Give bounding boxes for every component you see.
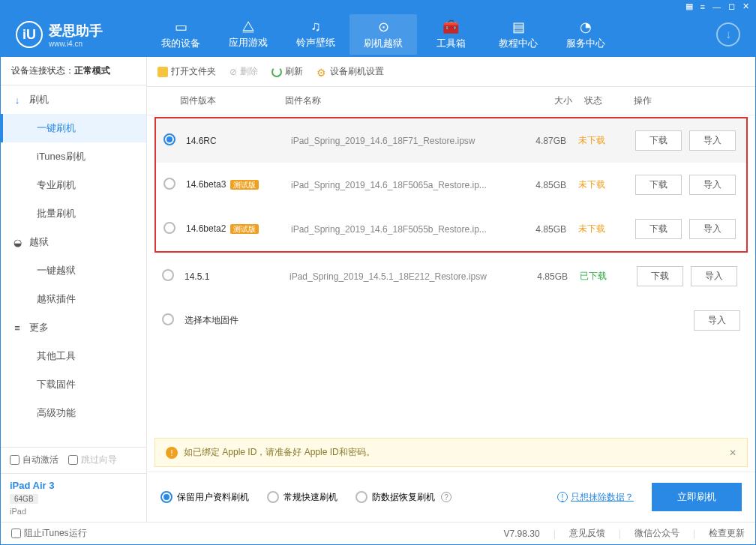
sidebar-group-more[interactable]: ≡更多 [1,313,146,342]
open-folder-button[interactable]: 打开文件夹 [158,65,216,78]
col-version: 固件版本 [180,94,285,107]
table-row[interactable]: 14.6beta3测试版 iPad_Spring_2019_14.6_18F50… [156,163,746,207]
mode-keep-data[interactable]: 保留用户资料刷机 [160,491,249,504]
download-manager-icon[interactable]: ↓ [716,22,740,46]
wechat-link[interactable]: 微信公众号 [634,527,680,540]
radio[interactable] [162,313,174,325]
delete-button: ⊘删除 [230,65,258,78]
key-icon: ⊙ [350,19,417,35]
table-row[interactable]: 14.6RC iPad_Spring_2019_14.6_18F71_Resto… [156,118,746,163]
sidebar-group-flash[interactable]: ↓刷机 [1,85,146,114]
check-update-link[interactable]: 检查更新 [709,527,745,540]
book-icon: ▤ [484,19,552,35]
sidebar: 设备连接状态：正常模式 ↓刷机 一键刷机 iTunes刷机 专业刷机 批量刷机 … [1,57,147,522]
table-header: 固件版本 固件名称 大小 状态 操作 [147,87,755,115]
skip-guide-checkbox[interactable]: 跳过向导 [68,454,117,466]
local-firmware-row[interactable]: 选择本地固件 导入 [150,298,752,343]
device-info[interactable]: iPad Air 3 64GB iPad [1,473,146,522]
sidebar-item-oneclick-flash[interactable]: 一键刷机 [1,114,146,142]
logo[interactable]: iU 爱思助手 www.i4.cn [16,21,147,48]
nav-apps[interactable]: ⧋应用游戏 [214,14,282,55]
col-ops: 操作 [625,94,745,107]
delete-icon: ⊘ [230,67,237,77]
settings-button[interactable]: ⚙设备刷机设置 [316,65,384,78]
minimize-icon[interactable]: — [712,2,721,11]
nav-my-device[interactable]: ▭我的设备 [147,14,214,55]
connection-status: 设备连接状态：正常模式 [1,57,146,85]
highlighted-group: 14.6RC iPad_Spring_2019_14.6_18F71_Resto… [154,117,748,253]
radio[interactable] [164,178,176,190]
table-row[interactable]: 14.6beta2测试版 iPad_Spring_2019_14.6_18F50… [156,207,746,251]
app-header: iU 爱思助手 www.i4.cn ▭我的设备 ⧋应用游戏 ♫铃声壁纸 ⊙刷机越… [1,12,755,57]
nav-tools[interactable]: 🧰工具箱 [417,14,484,55]
download-button[interactable]: 下载 [637,266,683,286]
import-button[interactable]: 导入 [689,175,736,195]
device-name: iPad Air 3 [10,480,137,491]
sidebar-item-pro-flash[interactable]: 专业刷机 [1,171,146,199]
firmware-rows: 14.6RC iPad_Spring_2019_14.6_18F71_Resto… [147,115,755,343]
nav-ringtones[interactable]: ♫铃声壁纸 [282,14,350,55]
import-button[interactable]: 导入 [694,310,740,331]
nav-flash[interactable]: ⊙刷机越狱 [350,14,417,55]
shield-icon: ◒ [11,237,23,248]
sidebar-item-download-fw[interactable]: 下载固件 [1,370,146,399]
feedback-link[interactable]: 意见反馈 [569,527,605,540]
table-row[interactable]: 14.5.1 iPad_Spring_2019_14.5.1_18E212_Re… [150,254,752,298]
device-type: iPad [10,507,137,516]
sidebar-item-jb-plugins[interactable]: 越狱插件 [1,285,146,313]
sidebar-item-oneclick-jb[interactable]: 一键越狱 [1,256,146,285]
radio[interactable] [164,222,176,234]
sidebar-item-other-tools[interactable]: 其他工具 [1,342,146,370]
import-button[interactable]: 导入 [689,219,736,239]
sidebar-item-batch-flash[interactable]: 批量刷机 [1,199,146,228]
radio [356,491,368,503]
col-size: 大小 [520,94,572,107]
sidebar-item-itunes-flash[interactable]: iTunes刷机 [1,142,146,171]
sidebar-options: 自动激活 跳过向导 [1,447,146,473]
maximize-icon[interactable]: ◻ [728,1,735,11]
block-itunes-checkbox[interactable]: 阻止iTunes运行 [11,527,87,540]
auto-activate-checkbox[interactable]: 自动激活 [10,454,58,466]
notice-close-icon[interactable]: ✕ [729,448,736,458]
erase-data-link[interactable]: !只想抹除数据？ [556,491,634,504]
import-button[interactable]: 导入 [689,130,736,151]
menu-icon[interactable]: ≡ [700,2,705,11]
download-button[interactable]: 下载 [635,175,682,195]
import-button[interactable]: 导入 [691,266,737,286]
radio [267,491,279,503]
refresh-button[interactable]: 刷新 [272,65,303,78]
sidebar-item-advanced[interactable]: 高级功能 [1,399,146,427]
phone-icon: ▭ [147,19,214,35]
col-status: 状态 [572,94,625,107]
flash-now-button[interactable]: 立即刷机 [652,483,742,511]
grid-icon[interactable]: ▦ [686,1,693,11]
test-badge: 测试版 [230,224,259,234]
info-icon: ! [557,492,568,502]
col-name: 固件名称 [285,94,520,107]
brand-url: www.i4.cn [49,40,103,48]
mode-recover[interactable]: 防数据恢复刷机? [356,491,452,504]
main-nav: ▭我的设备 ⧋应用游戏 ♫铃声壁纸 ⊙刷机越狱 🧰工具箱 ▤教程中心 ◔服务中心 [147,14,701,55]
close-icon[interactable]: ✕ [742,1,749,11]
mode-normal[interactable]: 常规快速刷机 [267,491,338,504]
flash-icon: ↓ [11,94,23,106]
download-button[interactable]: 下载 [635,130,682,151]
radio-selected[interactable] [164,133,176,145]
flash-mode-row: 保留用户资料刷机 常规快速刷机 防数据恢复刷机? !只想抹除数据？ 立即刷机 [147,472,755,522]
download-button[interactable]: 下载 [635,219,682,239]
sidebar-group-jailbreak[interactable]: ◒越狱 [1,228,146,256]
logo-icon: iU [16,21,43,48]
warning-icon: ! [166,447,178,459]
help-icon[interactable]: ? [441,492,452,502]
window-titlebar: ▦ ≡ — ◻ ✕ [1,1,755,12]
radio[interactable] [162,269,174,281]
device-storage: 64GB [10,494,38,504]
app-icon: ⧋ [214,19,282,34]
version-label: V7.98.30 [504,529,540,539]
brand-name: 爱思助手 [49,23,103,38]
test-badge: 测试版 [230,180,259,190]
nav-service[interactable]: ◔服务中心 [552,14,620,55]
nav-tutorials[interactable]: ▤教程中心 [484,14,552,55]
toolbar: 打开文件夹 ⊘删除 刷新 ⚙设备刷机设置 [147,57,755,87]
compass-icon: ◔ [552,19,620,35]
